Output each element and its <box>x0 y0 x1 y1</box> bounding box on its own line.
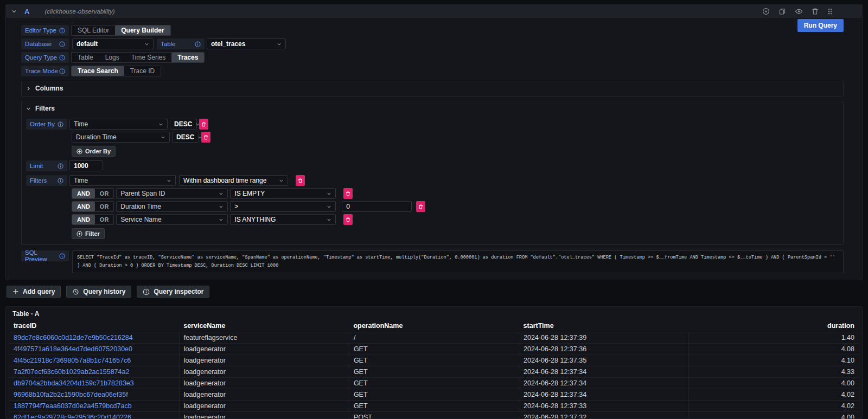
delete-filter-button[interactable] <box>416 201 425 212</box>
help-circle-icon[interactable] <box>762 8 770 15</box>
filter-operator-select[interactable]: IS ANYTHING <box>230 214 336 225</box>
filter-row-parent-span: AND OR Parent Span ID IS EMPTY <box>26 188 839 199</box>
bool-or[interactable]: OR <box>95 215 114 224</box>
trace-id-link[interactable]: 1887794f7eaa6037d0e2a4579bcd7acb <box>9 401 179 412</box>
query-type-table[interactable]: Table <box>72 53 99 62</box>
editor-type-query-builder[interactable]: Query Builder <box>115 25 170 35</box>
trace-id-link[interactable]: 7a2f07ecf63c60b1029ab2ac155874a2 <box>9 366 179 378</box>
trace-id-link[interactable]: 4f497571a618e364ed7ded60752030e0 <box>9 344 179 355</box>
order-by-row-1: Order By Time DESC <box>26 119 839 130</box>
add-filter-button[interactable]: Filter <box>72 228 105 239</box>
delete-order-by-button[interactable] <box>201 132 210 143</box>
query-type-time-series[interactable]: Time Series <box>125 53 172 62</box>
chevron-down-icon <box>219 204 224 209</box>
info-circle-icon[interactable] <box>195 41 201 47</box>
info-circle-icon[interactable] <box>59 253 65 259</box>
info-circle-icon[interactable] <box>59 28 65 34</box>
filter-field-select[interactable]: Service Name <box>116 214 228 225</box>
filter-value-input[interactable] <box>342 201 412 212</box>
delete-filter-button[interactable] <box>343 188 353 199</box>
columns-section-header[interactable]: Columns <box>26 83 839 93</box>
query-row-header[interactable]: A (clickhouse-observability) <box>6 5 862 18</box>
info-circle-icon[interactable] <box>59 55 65 61</box>
add-query-button[interactable]: Add query <box>7 286 61 298</box>
table-panel-title[interactable]: Table - A <box>6 307 862 321</box>
table-panel: Table - A traceID serviceName operationN… <box>5 306 863 419</box>
delete-order-by-button[interactable] <box>199 119 208 130</box>
chevron-down-icon <box>327 204 331 209</box>
column-header-operationname[interactable]: operationName <box>349 321 519 332</box>
info-circle-icon[interactable] <box>59 68 65 74</box>
trash-icon[interactable] <box>812 8 819 15</box>
filter-field-select[interactable]: Duration Time <box>116 201 228 212</box>
copy-icon[interactable] <box>778 8 786 15</box>
operation-name-cell: GET <box>349 389 519 401</box>
time-filter-row: Filters Time Within dashboard time range <box>26 175 839 186</box>
bool-and[interactable]: AND <box>72 202 95 211</box>
order-by-direction-select[interactable]: DESC <box>172 132 199 143</box>
order-by-field-select[interactable]: Time <box>69 119 168 130</box>
history-icon <box>72 288 79 295</box>
filter-row-service-name: AND OR Service Name IS ANYTHING <box>26 214 839 225</box>
trace-mode-trace-search[interactable]: Trace Search <box>72 66 124 76</box>
duration-cell: 1.40 <box>689 332 859 344</box>
start-time-cell: 2024-06-28 12:37:34 <box>519 366 689 378</box>
trace-id-link[interactable]: 62df1ec9a29728c9e29536c20d140226 <box>9 412 179 418</box>
filter-operator-select[interactable]: Within dashboard time range <box>179 175 288 186</box>
delete-filter-button[interactable] <box>296 175 305 186</box>
plus-icon <box>12 288 19 295</box>
query-type-traces[interactable]: Traces <box>171 53 204 62</box>
info-circle-icon[interactable] <box>58 121 63 127</box>
duration-cell: 4.33 <box>689 366 859 378</box>
service-name-cell: loadgenerator <box>179 378 349 389</box>
info-circle-icon[interactable] <box>59 41 65 47</box>
trace-id-link[interactable]: 4f45c21918c73698057a8b1c741657c6 <box>9 355 179 366</box>
filter-field-select[interactable]: Time <box>69 175 176 186</box>
trace-id-link[interactable]: 89dc7e8c6060c0d12de7e9b50c216284 <box>9 332 179 344</box>
table-wrapper[interactable]: traceID serviceName operationName startT… <box>6 321 862 418</box>
bool-or[interactable]: OR <box>95 202 114 211</box>
chevron-down-icon <box>161 135 165 140</box>
column-header-starttime[interactable]: startTime <box>519 321 689 332</box>
filter-operator-select[interactable]: > <box>230 201 336 212</box>
duration-cell: 4.02 <box>689 401 859 412</box>
editor-type-sql-editor[interactable]: SQL Editor <box>72 25 115 35</box>
query-inspector-button[interactable]: Query inspector <box>137 286 209 298</box>
table-row: 62df1ec9a29728c9e29536c20d140226 loadgen… <box>9 412 859 418</box>
add-order-by-button[interactable]: Order By <box>72 146 116 157</box>
trace-mode-trace-id[interactable]: Trace ID <box>124 66 161 76</box>
chevron-down-icon <box>158 122 163 127</box>
query-type-logs[interactable]: Logs <box>99 53 125 62</box>
info-circle-icon[interactable] <box>58 163 63 169</box>
table-label: Table <box>157 38 205 49</box>
drag-handle-icon[interactable] <box>827 8 833 15</box>
eye-icon[interactable] <box>795 8 803 15</box>
filter-operator-select[interactable]: IS EMPTY <box>230 188 336 199</box>
chevron-down-icon <box>327 191 331 196</box>
info-circle-icon <box>143 288 150 295</box>
info-circle-icon[interactable] <box>58 178 63 184</box>
trace-id-link[interactable]: db9704a2bbda34204d159c71b78283e3 <box>9 378 179 389</box>
database-select[interactable]: default <box>72 38 154 49</box>
delete-filter-button[interactable] <box>343 214 353 225</box>
order-by-field-select[interactable]: Duration Time <box>72 132 170 143</box>
filter-field-select[interactable]: Parent Span ID <box>116 188 228 199</box>
run-query-button[interactable]: Run Query <box>797 19 844 32</box>
table-select[interactable]: otel_traces <box>207 38 286 49</box>
bool-and[interactable]: AND <box>72 189 95 198</box>
query-type-row: Query Type Table Logs Time Series Traces <box>21 52 844 63</box>
order-by-direction-select[interactable]: DESC <box>170 119 197 130</box>
column-header-servicename[interactable]: serviceName <box>179 321 349 332</box>
service-name-cell: loadgenerator <box>179 412 349 418</box>
column-header-traceid[interactable]: traceID <box>9 321 179 332</box>
service-name-cell: loadgenerator <box>179 401 349 412</box>
bool-and[interactable]: AND <box>72 215 95 224</box>
bool-or[interactable]: OR <box>95 189 114 198</box>
table-row: 4f497571a618e364ed7ded60752030e0 loadgen… <box>9 344 859 355</box>
column-header-duration[interactable]: duration <box>689 321 859 332</box>
collapse-chevron-icon[interactable] <box>11 9 17 14</box>
filters-section-header[interactable]: Filters <box>26 104 839 113</box>
query-history-button[interactable]: Query history <box>66 286 131 298</box>
limit-input[interactable] <box>69 160 103 171</box>
trace-id-link[interactable]: 96968b10fa2b2c1590bc67dea06ef35f <box>9 389 179 401</box>
